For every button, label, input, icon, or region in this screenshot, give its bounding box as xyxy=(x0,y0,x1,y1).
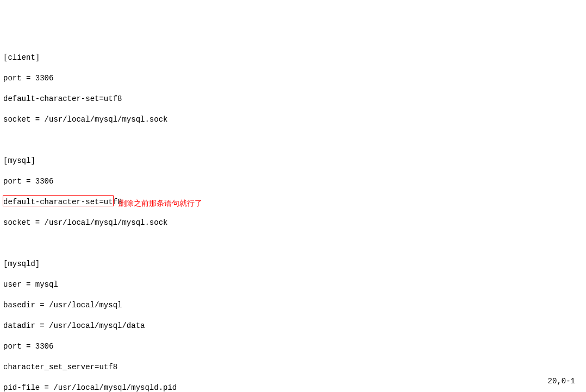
config-line: [mysql] xyxy=(3,156,586,166)
config-line: socket = /usr/local/mysql/mysql.sock xyxy=(3,115,586,125)
config-line: user = mysql xyxy=(3,280,586,290)
vim-editor[interactable]: [client] port = 3306 default-character-s… xyxy=(3,42,586,392)
config-line: port = 3306 xyxy=(3,342,586,352)
config-line: [mysqld] xyxy=(3,259,586,269)
config-line: default-character-set=utf8 xyxy=(3,94,586,104)
config-line: character_set_server=utf8 xyxy=(3,362,586,372)
config-line: basedir = /usr/local/mysql xyxy=(3,300,586,311)
vim-status-position: 20,0-1 xyxy=(548,376,575,387)
config-line: datadir = /usr/local/mysql/data xyxy=(3,321,586,331)
config-line xyxy=(3,238,586,249)
config-line: pid-file = /usr/local/mysql/mysqld.pid xyxy=(3,383,586,392)
config-line: socket = /usr/local/mysql/mysql.sock xyxy=(3,218,586,228)
config-line: port = 3306 xyxy=(3,176,586,187)
config-line: [client] xyxy=(3,53,586,63)
config-line: port = 3306 xyxy=(3,73,586,84)
config-line xyxy=(3,135,586,146)
config-line: default-character-set=utf8 xyxy=(3,197,586,207)
annotation-text: 删除之前那条语句就行了 xyxy=(119,198,202,208)
